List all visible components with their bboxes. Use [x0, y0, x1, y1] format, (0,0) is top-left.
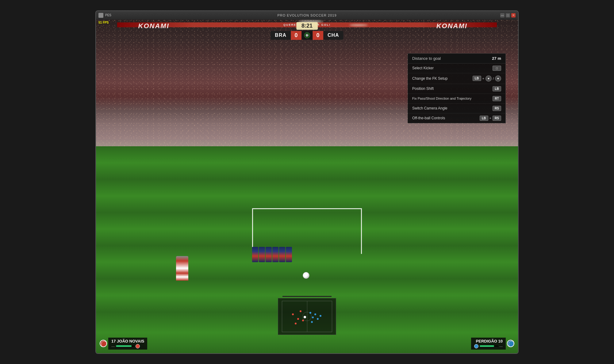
club-shield-left-icon [100, 340, 107, 347]
minimap-dot-r4 [300, 310, 301, 312]
menu-row-camera: Switch Camera Angle RS [408, 104, 505, 113]
wall-player-4 [272, 247, 278, 262]
minimize-button[interactable]: — [500, 13, 505, 17]
minimap-dot-r3 [295, 323, 297, 324]
player-info-right: PERDIGÃO 10 — [471, 338, 506, 350]
game-area: 51 FPS QUEREMOS GRITAR GOL! KONAMI KONAM… [96, 20, 518, 353]
minimap-field [278, 298, 336, 335]
stamina-bar-right [480, 345, 498, 347]
otb-controls: LB + RS [480, 116, 501, 121]
window-controls: — □ ✕ [500, 13, 516, 17]
club-shield-right-icon [508, 340, 514, 347]
konami-logo-right: KONAMI [436, 22, 467, 30]
minimap-dot-r1 [292, 313, 294, 315]
close-button[interactable]: ✕ [511, 13, 516, 17]
menu-row-fk-setup: Change the FK Setup LB + ● / ● [408, 73, 505, 84]
team-left-name: BRA [271, 31, 291, 39]
minimap-dot-b1 [309, 312, 311, 314]
fk-setup-lb: LB [473, 76, 481, 81]
wall-player-6 [286, 247, 292, 262]
menu-row-otb: Off-the-ball Controls LB + RS [408, 113, 505, 123]
player-name-left-text: JOÃO NOVAIS [117, 339, 144, 343]
fps-counter: 51 FPS [98, 21, 109, 24]
center-badge: ⚽ [304, 32, 310, 38]
menu-header-label: Distance to goal [412, 56, 441, 61]
menu-header-value: 27 m [492, 56, 501, 61]
score-right: 0 [313, 31, 323, 40]
player-info-left: 17 JOÃO NOVAIS — [108, 338, 147, 350]
player-left-name: 17 JOÃO NOVAIS [111, 339, 144, 343]
fk-setup-circle2: ● [495, 75, 501, 82]
player-left-container: 17 JOÃO NOVAIS — [100, 338, 147, 350]
select-kicker-btn: □ [493, 66, 501, 71]
match-timer: 8:21 [296, 22, 318, 30]
fk-setup-controls: LB + ● / ● [473, 75, 501, 82]
score-hud: 8:21 BRA 0 ⚽ 0 CHA [271, 22, 343, 40]
minimap-dot-r2 [297, 318, 299, 320]
fk-setup-plus: + [482, 77, 484, 80]
player-name-right-text: PERDIGÃO [476, 339, 497, 343]
camera-rs: RS [493, 106, 501, 111]
select-kicker-label: Select Kicker [412, 66, 434, 70]
title-bar-left: PES [98, 13, 111, 18]
club-badge-left [100, 340, 107, 347]
minimap-dot-b2 [312, 316, 314, 318]
dash-icon-right: — [499, 344, 503, 348]
title-bar-app-name: PES [105, 13, 111, 17]
otb-lb: LB [480, 116, 488, 121]
fix-pass-rt: RT [493, 96, 501, 101]
app-icon [98, 13, 103, 18]
dash-icon-left: — [111, 344, 115, 348]
stamina-fill-left [116, 345, 132, 347]
club-badge-right [507, 340, 514, 347]
defensive-wall [252, 247, 292, 262]
fk-setup-label: Change the FK Setup [412, 76, 447, 81]
player-hud-right: PERDIGÃO 10 — [471, 338, 514, 350]
scoreboard: BRA 0 ⚽ 0 CHA [271, 31, 343, 40]
wall-player-3 [266, 247, 272, 262]
minimap-dot-r5 [302, 320, 304, 321]
stamina-bar-left [116, 345, 134, 347]
wall-player-5 [279, 247, 285, 262]
stamina-fill-right [480, 345, 494, 347]
title-bar: PES PRO EVOLUTION SOCCER 2019 — □ ✕ [96, 11, 518, 20]
player-dot-right [474, 344, 478, 348]
score-divider: ⚽ [301, 31, 313, 40]
football [303, 272, 309, 279]
team-right-name: CHA [323, 31, 343, 39]
menu-row-fix-pass: Fix Pass/Shoot Direction and Trajectory … [408, 94, 505, 104]
konami-logo-left: KONAMI [138, 22, 169, 30]
menu-row-position-shift: Position Shift LB [408, 84, 505, 94]
player-right-stamina-row: — [474, 344, 503, 348]
wall-player-1 [252, 247, 258, 262]
position-shift-lb: LB [493, 86, 501, 91]
menu-header: Distance to goal 27 m [408, 54, 505, 63]
minimap-dot-b6 [320, 315, 321, 317]
window-title: PRO EVOLUTION SOCCER 2019 [277, 13, 336, 17]
light-flare-2 [349, 24, 368, 26]
wall-player-2 [259, 247, 265, 262]
player-hud-left: 17 JOÃO NOVAIS — [100, 338, 147, 350]
maximize-button[interactable]: □ [506, 13, 510, 17]
fk-player [176, 256, 188, 281]
score-left: 0 [291, 31, 301, 40]
camera-label: Switch Camera Angle [412, 106, 447, 110]
game-window: PES PRO EVOLUTION SOCCER 2019 — □ ✕ 51 F… [95, 10, 519, 354]
player-left-stamina-row: — [111, 344, 144, 348]
otb-plus: + [489, 116, 491, 120]
fix-pass-label: Fix Pass/Shoot Direction and Trajectory [412, 97, 471, 100]
player-dot-left [136, 344, 140, 348]
minimap-dot-b5 [317, 318, 319, 320]
player-number-left: 17 [111, 339, 117, 343]
menu-row-select-kicker: Select Kicker □ [408, 63, 505, 73]
select-kicker-controls: □ [493, 66, 501, 71]
player-right-container: PERDIGÃO 10 — [471, 338, 514, 350]
minimap-separator [282, 296, 332, 297]
position-shift-label: Position Shift [412, 86, 434, 91]
otb-rs: RS [493, 116, 501, 121]
camera-controls: RS [493, 106, 501, 111]
minimap-dot-b3 [314, 313, 316, 315]
fix-pass-controls: RT [493, 96, 501, 101]
otb-label: Off-the-ball Controls [412, 116, 445, 120]
fk-setup-slash: / [493, 77, 494, 80]
